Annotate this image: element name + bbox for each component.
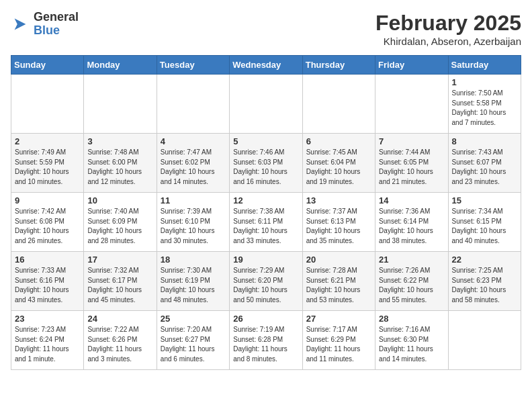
calendar-cell: 23Sunrise: 7:23 AM Sunset: 6:24 PM Dayli…: [11, 311, 84, 370]
day-info: Sunrise: 7:48 AM Sunset: 6:00 PM Dayligh…: [87, 148, 152, 187]
day-info: Sunrise: 7:42 AM Sunset: 6:08 PM Dayligh…: [15, 207, 80, 246]
svg-marker-0: [15, 18, 26, 30]
day-info: Sunrise: 7:33 AM Sunset: 6:16 PM Dayligh…: [15, 266, 80, 305]
day-number: 5: [233, 136, 298, 146]
day-number: 9: [15, 195, 80, 205]
calendar-week-row: 1Sunrise: 7:50 AM Sunset: 5:58 PM Daylig…: [11, 75, 521, 134]
weekday-header-thursday: Thursday: [302, 56, 375, 75]
logo-blue: Blue: [34, 24, 60, 37]
day-info: Sunrise: 7:44 AM Sunset: 6:05 PM Dayligh…: [379, 148, 444, 187]
day-number: 1: [452, 77, 517, 87]
day-number: 19: [233, 255, 298, 265]
day-info: Sunrise: 7:32 AM Sunset: 6:17 PM Dayligh…: [87, 266, 152, 305]
calendar-cell: 8Sunrise: 7:43 AM Sunset: 6:07 PM Daylig…: [448, 134, 521, 193]
calendar-cell: 24Sunrise: 7:22 AM Sunset: 6:26 PM Dayli…: [84, 311, 157, 370]
weekday-header-monday: Monday: [84, 56, 157, 75]
weekday-header-tuesday: Tuesday: [157, 56, 229, 75]
weekday-header-wednesday: Wednesday: [230, 56, 302, 75]
day-number: 4: [161, 136, 226, 146]
day-number: 13: [306, 195, 371, 205]
calendar-cell: 7Sunrise: 7:44 AM Sunset: 6:05 PM Daylig…: [375, 134, 448, 193]
day-info: Sunrise: 7:30 AM Sunset: 6:19 PM Dayligh…: [161, 266, 226, 305]
day-info: Sunrise: 7:16 AM Sunset: 6:30 PM Dayligh…: [379, 325, 444, 364]
day-info: Sunrise: 7:37 AM Sunset: 6:13 PM Dayligh…: [306, 207, 371, 246]
calendar-cell: 14Sunrise: 7:36 AM Sunset: 6:14 PM Dayli…: [375, 193, 448, 252]
day-number: 18: [161, 255, 226, 265]
calendar-cell: 3Sunrise: 7:48 AM Sunset: 6:00 PM Daylig…: [84, 134, 157, 193]
day-number: 3: [87, 136, 152, 146]
calendar-cell: [11, 75, 84, 134]
calendar-table: SundayMondayTuesdayWednesdayThursdayFrid…: [11, 55, 521, 370]
day-info: Sunrise: 7:29 AM Sunset: 6:20 PM Dayligh…: [233, 266, 298, 305]
day-info: Sunrise: 7:23 AM Sunset: 6:24 PM Dayligh…: [15, 325, 80, 364]
day-info: Sunrise: 7:47 AM Sunset: 6:02 PM Dayligh…: [161, 148, 226, 187]
calendar-cell: 17Sunrise: 7:32 AM Sunset: 6:17 PM Dayli…: [84, 252, 157, 311]
calendar-week-row: 16Sunrise: 7:33 AM Sunset: 6:16 PM Dayli…: [11, 252, 521, 311]
day-info: Sunrise: 7:20 AM Sunset: 6:27 PM Dayligh…: [161, 325, 226, 364]
weekday-header-saturday: Saturday: [448, 56, 521, 75]
logo-icon: [11, 15, 30, 34]
calendar-cell: [230, 75, 302, 134]
day-info: Sunrise: 7:34 AM Sunset: 6:15 PM Dayligh…: [452, 207, 517, 246]
page-header: General Blue February 2025 Khirdalan, Ab…: [11, 11, 521, 47]
day-info: Sunrise: 7:40 AM Sunset: 6:09 PM Dayligh…: [87, 207, 152, 246]
day-number: 21: [379, 255, 444, 265]
calendar-header-row: SundayMondayTuesdayWednesdayThursdayFrid…: [11, 56, 521, 75]
day-number: 2: [15, 136, 80, 146]
calendar-cell: 5Sunrise: 7:46 AM Sunset: 6:03 PM Daylig…: [230, 134, 302, 193]
day-info: Sunrise: 7:25 AM Sunset: 6:23 PM Dayligh…: [452, 266, 517, 305]
day-info: Sunrise: 7:17 AM Sunset: 6:29 PM Dayligh…: [306, 325, 371, 364]
day-number: 6: [306, 136, 371, 146]
day-info: Sunrise: 7:22 AM Sunset: 6:26 PM Dayligh…: [87, 325, 152, 364]
day-number: 24: [87, 314, 152, 324]
day-number: 14: [379, 195, 444, 205]
day-number: 20: [306, 255, 371, 265]
calendar-cell: 26Sunrise: 7:19 AM Sunset: 6:28 PM Dayli…: [230, 311, 302, 370]
day-number: 25: [161, 314, 226, 324]
calendar-cell: 1Sunrise: 7:50 AM Sunset: 5:58 PM Daylig…: [448, 75, 521, 134]
day-number: 8: [452, 136, 517, 146]
calendar-week-row: 23Sunrise: 7:23 AM Sunset: 6:24 PM Dayli…: [11, 311, 521, 370]
calendar-cell: 13Sunrise: 7:37 AM Sunset: 6:13 PM Dayli…: [302, 193, 375, 252]
calendar-cell: 19Sunrise: 7:29 AM Sunset: 6:20 PM Dayli…: [230, 252, 302, 311]
day-number: 11: [161, 195, 226, 205]
calendar-cell: [302, 75, 375, 134]
weekday-header-friday: Friday: [375, 56, 448, 75]
day-info: Sunrise: 7:26 AM Sunset: 6:22 PM Dayligh…: [379, 266, 444, 305]
day-info: Sunrise: 7:45 AM Sunset: 6:04 PM Dayligh…: [306, 148, 371, 187]
calendar-cell: 16Sunrise: 7:33 AM Sunset: 6:16 PM Dayli…: [11, 252, 84, 311]
calendar-cell: 10Sunrise: 7:40 AM Sunset: 6:09 PM Dayli…: [84, 193, 157, 252]
day-number: 17: [87, 255, 152, 265]
day-info: Sunrise: 7:39 AM Sunset: 6:10 PM Dayligh…: [161, 207, 226, 246]
day-number: 12: [233, 195, 298, 205]
day-info: Sunrise: 7:46 AM Sunset: 6:03 PM Dayligh…: [233, 148, 298, 187]
page-subtitle: Khirdalan, Abseron, Azerbaijan: [375, 36, 521, 47]
day-info: Sunrise: 7:19 AM Sunset: 6:28 PM Dayligh…: [233, 325, 298, 364]
calendar-cell: 2Sunrise: 7:49 AM Sunset: 5:59 PM Daylig…: [11, 134, 84, 193]
calendar-week-row: 2Sunrise: 7:49 AM Sunset: 5:59 PM Daylig…: [11, 134, 521, 193]
day-number: 7: [379, 136, 444, 146]
calendar-cell: 9Sunrise: 7:42 AM Sunset: 6:08 PM Daylig…: [11, 193, 84, 252]
day-number: 10: [87, 195, 152, 205]
calendar-cell: 22Sunrise: 7:25 AM Sunset: 6:23 PM Dayli…: [448, 252, 521, 311]
day-number: 27: [306, 314, 371, 324]
day-info: Sunrise: 7:36 AM Sunset: 6:14 PM Dayligh…: [379, 207, 444, 246]
day-info: Sunrise: 7:50 AM Sunset: 5:58 PM Dayligh…: [452, 89, 517, 128]
day-info: Sunrise: 7:43 AM Sunset: 6:07 PM Dayligh…: [452, 148, 517, 187]
calendar-cell: 28Sunrise: 7:16 AM Sunset: 6:30 PM Dayli…: [375, 311, 448, 370]
day-number: 26: [233, 314, 298, 324]
logo-text: General Blue: [34, 11, 79, 38]
calendar-week-row: 9Sunrise: 7:42 AM Sunset: 6:08 PM Daylig…: [11, 193, 521, 252]
calendar-cell: [448, 311, 521, 370]
calendar-cell: 4Sunrise: 7:47 AM Sunset: 6:02 PM Daylig…: [157, 134, 229, 193]
calendar-cell: 20Sunrise: 7:28 AM Sunset: 6:21 PM Dayli…: [302, 252, 375, 311]
day-number: 22: [452, 255, 517, 265]
calendar-cell: 12Sunrise: 7:38 AM Sunset: 6:11 PM Dayli…: [230, 193, 302, 252]
page-title: February 2025: [375, 11, 521, 36]
calendar-cell: [157, 75, 229, 134]
calendar-cell: 6Sunrise: 7:45 AM Sunset: 6:04 PM Daylig…: [302, 134, 375, 193]
calendar-cell: [375, 75, 448, 134]
day-info: Sunrise: 7:49 AM Sunset: 5:59 PM Dayligh…: [15, 148, 80, 187]
calendar-cell: 18Sunrise: 7:30 AM Sunset: 6:19 PM Dayli…: [157, 252, 229, 311]
title-block: February 2025 Khirdalan, Abseron, Azerba…: [375, 11, 521, 47]
